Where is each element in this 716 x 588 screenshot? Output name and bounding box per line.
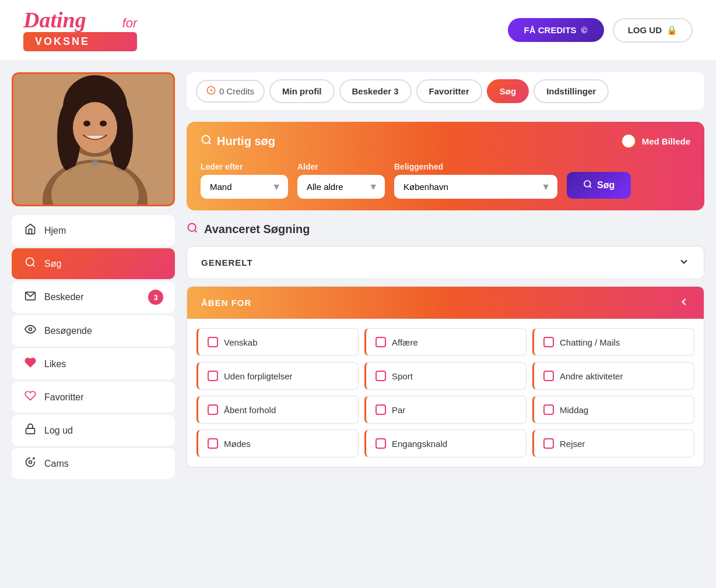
get-credits-button[interactable]: FÅ CREDITS ©	[508, 18, 604, 42]
sidebar-item-cams[interactable]: Cams	[12, 448, 175, 479]
search-fields: Leder efter Mand Kvinde ▼ Alder Alle ald…	[201, 159, 690, 199]
alder-label: Alder	[297, 162, 385, 171]
alder-select[interactable]: Alle aldre 18-25 26-35 36-45	[297, 175, 385, 199]
checkbox-aabent-forhold-label: Åbent forhold	[224, 405, 276, 415]
logo-voksne: VOKSNE	[23, 32, 137, 51]
search-button-icon	[583, 179, 592, 191]
svg-point-11	[92, 159, 99, 166]
aaben-for-label: ÅBEN FOR	[201, 298, 251, 308]
checkbox-affaere-label: Affære	[392, 337, 418, 347]
credits-tab[interactable]: 0 Credits	[196, 80, 265, 103]
checkbox-affaere-box[interactable]	[375, 337, 386, 347]
tab-favoritter[interactable]: Favoritter	[416, 79, 482, 103]
header-buttons: FÅ CREDITS © LOG UD 🔒	[508, 18, 693, 43]
header: Dating for VOKSNE FÅ CREDITS © LOG UD 🔒	[0, 0, 716, 61]
checkbox-andre-aktiviteter[interactable]: Andre aktiviteter	[532, 362, 694, 390]
svg-line-22	[589, 186, 591, 188]
accordion-aaben-for-header[interactable]: ÅBEN FOR	[187, 287, 704, 319]
checkbox-andre-aktiviteter-box[interactable]	[543, 371, 554, 381]
avatar-container	[12, 72, 175, 206]
svg-point-7	[73, 102, 117, 153]
sidebar-label-besogende: Besøgende	[44, 326, 92, 336]
search-button-label: Søg	[597, 180, 615, 191]
checkbox-sport[interactable]: Sport	[364, 362, 527, 390]
checkbox-venskab[interactable]: Venskab	[196, 328, 359, 356]
checkbox-engangsknald-label: Engangsknald	[392, 439, 447, 449]
logo-dating: Dating	[23, 9, 86, 31]
sidebar-label-log-ud: Log ud	[44, 425, 73, 436]
checkbox-engangsknald-box[interactable]	[375, 438, 386, 449]
svg-point-9	[100, 121, 107, 126]
accordion-generelt-header[interactable]: GENERELT	[187, 247, 704, 279]
checkbox-chatting-mails-box[interactable]	[543, 337, 554, 347]
chevron-left-aaben-for	[678, 296, 690, 309]
sidebar-item-hjem[interactable]: Hjem	[12, 215, 175, 246]
search-button[interactable]: Søg	[567, 172, 631, 199]
tab-indstillinger[interactable]: Indstillinger	[534, 79, 609, 103]
checkbox-affaere[interactable]: Affære	[364, 328, 527, 356]
tab-sog[interactable]: Søg	[487, 79, 529, 103]
avatar	[13, 74, 173, 205]
logo-for: for	[122, 16, 138, 31]
svg-point-21	[584, 181, 591, 187]
logout-button-label: LOG UD	[628, 25, 662, 35]
tab-beskeder[interactable]: Beskeder 3	[339, 79, 412, 103]
sidebar-item-likes[interactable]: Likes	[12, 348, 175, 379]
alder-group: Alder Alle aldre 18-25 26-35 36-45 ▼	[297, 162, 385, 199]
main-layout: Hjem Søg Beskeder 3 Besøgende	[0, 61, 716, 491]
logout-button[interactable]: LOG UD 🔒	[613, 18, 693, 43]
aaben-for-checkboxes: Venskab Affære Chatting / Mails Uden for…	[187, 319, 704, 467]
svg-point-19	[202, 135, 210, 143]
beliggenhed-wrapper: København Aarhus Odense ▼	[394, 175, 557, 199]
checkbox-rejser-label: Rejser	[560, 439, 585, 449]
credits-button-label: FÅ CREDITS	[524, 25, 577, 35]
checkbox-modes-box[interactable]	[208, 438, 218, 449]
svg-point-23	[188, 224, 196, 231]
svg-point-8	[83, 121, 90, 126]
checkbox-chatting-mails[interactable]: Chatting / Mails	[532, 328, 694, 356]
quick-search-box: Hurtig søg Med Billede Leder efter Mand …	[187, 122, 704, 210]
checkbox-middag-box[interactable]	[543, 404, 554, 415]
checkbox-middag[interactable]: Middag	[532, 396, 694, 424]
toggle-switch[interactable]	[608, 133, 636, 149]
top-tabs: 0 Credits Min profil Beskeder 3 Favoritt…	[187, 72, 704, 110]
search-icon	[23, 256, 37, 271]
credits-count: 0 Credits	[219, 86, 254, 96]
svg-line-24	[195, 230, 197, 233]
checkbox-aabent-forhold-box[interactable]	[208, 404, 218, 415]
leder-efter-select[interactable]: Mand Kvinde	[201, 175, 288, 199]
checkbox-modes[interactable]: Mødes	[196, 429, 359, 457]
accordion-aaben-for: ÅBEN FOR Venskab Affære Chatting / Mails	[187, 286, 704, 467]
checkbox-rejser[interactable]: Rejser	[532, 429, 694, 457]
sidebar-item-favoritter[interactable]: Favoritter	[12, 382, 175, 413]
checkbox-uden-forpligtelser[interactable]: Uden forpligtelser	[196, 362, 359, 390]
checkbox-sport-label: Sport	[392, 371, 413, 381]
sidebar-nav: Hjem Søg Beskeder 3 Besøgende	[12, 215, 175, 479]
main-content: 0 Credits Min profil Beskeder 3 Favoritt…	[187, 72, 704, 479]
checkbox-aabent-forhold[interactable]: Åbent forhold	[196, 396, 359, 424]
checkbox-uden-forpligtelser-box[interactable]	[208, 371, 218, 381]
checkbox-rejser-box[interactable]	[543, 438, 554, 449]
sidebar-item-sog[interactable]: Søg	[12, 248, 175, 279]
checkbox-par[interactable]: Par	[364, 396, 527, 424]
leder-efter-label: Leder efter	[201, 162, 288, 171]
sidebar-item-beskeder[interactable]: Beskeder 3	[12, 281, 175, 313]
beliggenhed-select[interactable]: København Aarhus Odense	[394, 175, 557, 199]
home-icon	[23, 223, 37, 238]
checkbox-par-box[interactable]	[375, 404, 386, 415]
quick-search-title: Hurtig søg	[201, 134, 275, 149]
checkbox-engangsknald[interactable]: Engangsknald	[364, 429, 527, 457]
sidebar-item-besogende[interactable]: Besøgende	[12, 315, 175, 346]
messages-badge: 3	[148, 290, 163, 305]
med-billede-toggle[interactable]: Med Billede	[608, 133, 690, 149]
advanced-search-label: Avanceret Søgning	[204, 223, 310, 236]
svg-point-12	[26, 258, 34, 266]
sidebar-label-likes: Likes	[44, 359, 66, 369]
svg-line-13	[33, 265, 35, 267]
svg-point-15	[29, 328, 32, 331]
generelt-label: GENERELT	[201, 258, 253, 267]
checkbox-sport-box[interactable]	[375, 371, 386, 381]
checkbox-venskab-box[interactable]	[208, 337, 218, 347]
sidebar-item-log-ud[interactable]: Log ud	[12, 415, 175, 446]
tab-min-profil[interactable]: Min profil	[269, 79, 335, 103]
